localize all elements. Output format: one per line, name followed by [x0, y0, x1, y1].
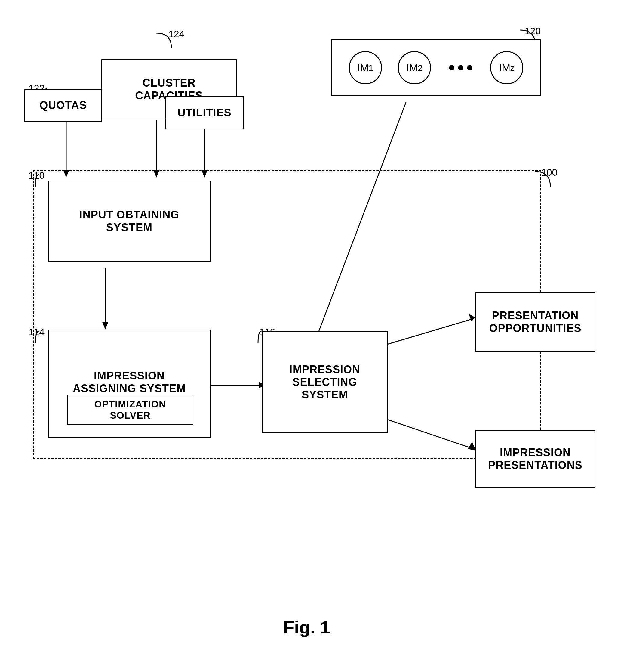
- ref-120: 120: [525, 26, 541, 37]
- im1-circle: IM1: [349, 51, 382, 84]
- optimization-solver-label: OPTIMIZATION SOLVER: [95, 399, 166, 421]
- quotas-label: QUOTAS: [40, 99, 86, 111]
- optimization-solver-box: OPTIMIZATION SOLVER: [67, 395, 193, 425]
- ref-100: 100: [541, 167, 557, 178]
- impression-selecting-label: IMPRESSION SELECTING SYSTEM: [289, 363, 360, 401]
- impression-assigning-label: IMPRESSION ASSIGNING SYSTEM: [73, 370, 186, 395]
- diagram: 124 122 126 120 110 100 114 116 130 132 …: [0, 0, 624, 672]
- utilities-label: UTILITIES: [178, 106, 232, 119]
- presentation-opportunities-label: PRESENTATION OPPORTUNITIES: [489, 309, 581, 334]
- utilities-box: UTILITIES: [165, 96, 243, 129]
- impression-presentations-label: IMPRESSION PRESENTATIONS: [488, 446, 582, 472]
- im-container: IM1 IM2 IMz: [331, 39, 541, 96]
- impression-selecting-box: IMPRESSION SELECTING SYSTEM: [262, 331, 388, 433]
- input-obtaining-label: INPUT OBTAINING SYSTEM: [79, 208, 179, 234]
- input-obtaining-box: INPUT OBTAINING SYSTEM: [48, 180, 210, 262]
- dot1: [449, 65, 454, 70]
- quotas-box: QUOTAS: [24, 89, 102, 122]
- impression-presentations-box: IMPRESSION PRESENTATIONS: [475, 430, 595, 488]
- impression-assigning-box: IMPRESSION ASSIGNING SYSTEM OPTIMIZATION…: [48, 329, 210, 438]
- imz-circle: IMz: [490, 51, 523, 84]
- presentation-opportunities-box: PRESENTATION OPPORTUNITIES: [475, 292, 595, 352]
- fig-label: Fig. 1: [246, 617, 367, 638]
- ref-124: 124: [168, 29, 184, 40]
- dot2: [458, 65, 463, 70]
- im2-circle: IM2: [398, 51, 431, 84]
- dot3: [467, 65, 472, 70]
